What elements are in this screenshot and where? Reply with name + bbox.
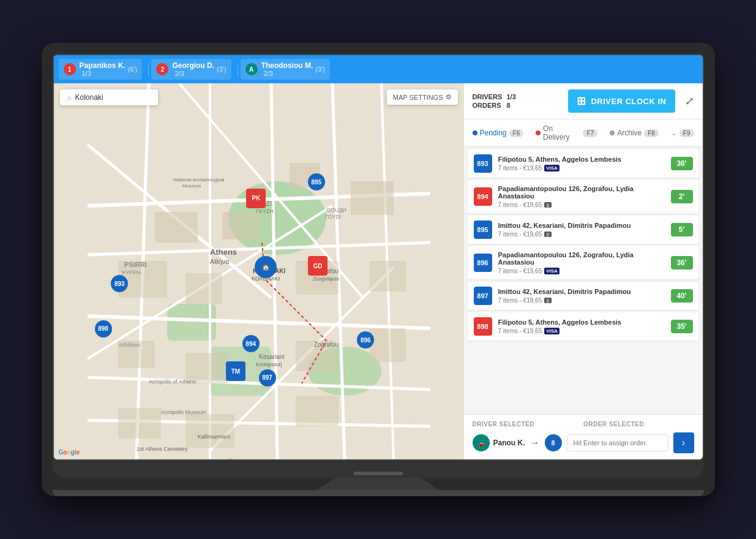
assign-order-input[interactable] <box>567 434 668 451</box>
svg-text:Museum: Museum <box>182 183 201 189</box>
assign-bar: DRIVER SELECTED ORDER SELECTED 🚗 Panou K… <box>464 414 703 459</box>
archive-badge: F8 <box>644 129 659 137</box>
svg-rect-19 <box>155 212 198 243</box>
svg-text:Kallimarmaro: Kallimarmaro <box>198 434 230 440</box>
orders-value: 8 <box>507 102 511 109</box>
filter-tab-archive[interactable]: Archive F8 <box>610 129 659 137</box>
svg-rect-26 <box>369 261 406 292</box>
laptop-base <box>53 490 704 496</box>
svg-text:Zografou: Zografou <box>314 341 339 348</box>
filter-more[interactable]: ⌄ F9 <box>671 129 694 137</box>
laptop-stand <box>53 478 704 490</box>
expand-button[interactable]: ⤢ <box>685 94 694 108</box>
drivers-value: 1/3 <box>507 93 516 100</box>
map-marker-home[interactable]: 🏠 <box>255 256 277 278</box>
order-meta-896: 7 items - €19,65 VISA <box>498 268 665 274</box>
orders-row: ORDERS 8 <box>473 102 516 109</box>
drivers-label: DRIVERS <box>473 93 503 100</box>
svg-text:Achilleos: Achilleos <box>118 342 141 348</box>
chevron-down-icon: ⌄ <box>671 129 677 137</box>
map-search-bar[interactable]: ⌕ Kolonaki <box>60 89 158 105</box>
order-meta-898: 7 items - €19,65 VISA <box>498 328 665 334</box>
on-delivery-badge: F7 <box>583 129 597 137</box>
clock-in-button[interactable]: ⊞ DRIVER CLOCK IN <box>568 89 675 113</box>
cash-icon-897: ||| <box>544 298 551 303</box>
order-item-896[interactable]: 896 Papadiamantopoulou 126, Zografou, Ly… <box>468 246 699 279</box>
assign-row: 🚗 Panou K. → 8 › <box>473 432 694 453</box>
assign-submit-button[interactable]: › <box>673 432 694 453</box>
tab-divider-1 <box>148 63 149 75</box>
driver-extra-2: (3') <box>217 66 226 73</box>
laptop-bottom <box>53 461 704 478</box>
search-icon: ⌕ <box>67 93 72 102</box>
order-badge-895: 895 <box>474 221 492 239</box>
map-marker-driver-gd[interactable]: GD <box>308 256 327 276</box>
order-time-897: 40' <box>671 289 693 303</box>
order-items-896: 7 items - €19,65 <box>498 268 542 274</box>
driver-extra-3: (3') <box>315 66 325 73</box>
svg-text:ΨΥΡΡΗ: ΨΥΡΡΗ <box>121 270 141 276</box>
order-address-896: Papadiamantopoulou 126, Zografou, Lydia … <box>498 251 665 266</box>
order-items-898: 7 items - €19,65 <box>498 328 542 334</box>
order-info-897: Imittou 42, Kesariani, Dimitris Papadimo… <box>498 288 665 304</box>
order-items-894: 7 items - €19,65 <box>498 202 542 208</box>
map-marker-driver-tm[interactable]: TM <box>226 361 245 381</box>
order-address-898: Filipotou 5, Athens, Aggelos Lembesis <box>498 318 665 326</box>
order-address-894: Papadiamantopoulou 126, Zografou, Lydia … <box>498 185 665 200</box>
order-badge-898: 898 <box>474 317 492 336</box>
driver-name-assign: Panou K. <box>493 439 525 447</box>
order-info-894: Papadiamantopoulou 126, Zografou, Lydia … <box>498 185 665 208</box>
map-marker-driver-pk[interactable]: PK <box>246 189 266 208</box>
order-item-895[interactable]: 895 Imittou 42, Kesariani, Dimitris Papa… <box>468 216 699 244</box>
driver-name-1: Papanikos K. <box>80 61 125 70</box>
order-item-893[interactable]: 893 Filipotou 5, Athens, Aggelos Lembesi… <box>468 149 699 178</box>
map-marker-894[interactable]: 894 <box>242 335 260 352</box>
driver-orders-1: 1/3 <box>82 70 125 77</box>
order-selected-label: ORDER SELECTED <box>583 421 644 428</box>
order-time-895: 5' <box>671 223 693 236</box>
drivers-orders-info: DRIVERS 1/3 ORDERS 8 <box>473 93 516 109</box>
svg-text:National Archaeological: National Archaeological <box>173 177 225 183</box>
main-content: PSIRRI ΨΥΡΡΗ Athens Αθήνα GIZI ΓΚΥΖΗ GOU… <box>54 83 703 459</box>
order-item-894[interactable]: 894 Papadiamantopoulou 126, Zografou, Ly… <box>468 180 699 213</box>
on-delivery-dot <box>536 130 541 135</box>
laptop-outer: 1 Papanikos K. 1/3 (6') 2 Georgiou D. 2/… <box>42 43 715 496</box>
map-settings-button[interactable]: MAP SETTINGS ⚙ <box>387 89 458 105</box>
driver-orders-2: 2/3 <box>174 70 214 77</box>
map-marker-898[interactable]: 898 <box>95 320 112 337</box>
driver-badge-3: A <box>245 63 258 75</box>
settings-icon: ⚙ <box>446 93 452 101</box>
order-badge-894: 894 <box>474 187 492 206</box>
driver-extra-1: (6') <box>128 66 138 73</box>
order-badge-893: 893 <box>474 154 492 173</box>
driver-tab-3[interactable]: A Theodosiou M. 2/3 (3') <box>241 59 330 80</box>
order-items-895: 7 items - €19,65 <box>498 231 542 238</box>
filter-tabs: Pending F6 On Delivery F7 Archive F8 <box>464 119 703 147</box>
order-info-896: Papadiamantopoulou 126, Zografou, Lydia … <box>498 251 665 274</box>
google-logo: Google <box>59 449 80 456</box>
archive-dot <box>610 130 615 135</box>
right-panel-header: DRIVERS 1/3 ORDERS 8 ⊞ DRIVER CLOC <box>464 83 703 119</box>
order-list: 893 Filipotou 5, Athens, Aggelos Lembesi… <box>464 147 703 414</box>
cash-icon-895: ||| <box>544 232 551 237</box>
svg-rect-22 <box>351 181 394 215</box>
app-container: 1 Papanikos K. 1/3 (6') 2 Georgiou D. 2/… <box>54 55 703 459</box>
order-meta-893: 7 items - €19,65 VISA <box>498 165 665 172</box>
order-meta-894: 7 items - €19,65 ||| <box>498 202 665 208</box>
visa-icon-893: VISA <box>544 165 560 172</box>
svg-text:Kesariani: Kesariani <box>259 353 285 360</box>
filter-tab-on-delivery[interactable]: On Delivery F7 <box>536 124 597 141</box>
driver-tab-2[interactable]: 2 Georgiou D. 2/3 (3') <box>151 59 231 80</box>
order-time-896: 36' <box>671 256 693 270</box>
order-item-897[interactable]: 897 Imittou 42, Kesariani, Dimitris Papa… <box>468 282 699 310</box>
map-placeholder: PSIRRI ΨΥΡΡΗ Athens Αθήνα GIZI ΓΚΥΖΗ GOU… <box>54 83 464 459</box>
svg-text:ΓΚΥΖΗ: ΓΚΥΖΗ <box>256 208 274 214</box>
driver-tab-1[interactable]: 1 Papanikos K. 1/3 (6') <box>59 59 143 80</box>
filter-tab-pending[interactable]: Pending F6 <box>473 129 524 137</box>
svg-text:Αθήνα: Αθήνα <box>210 258 230 265</box>
svg-text:GOUДИ: GOUДИ <box>326 207 346 213</box>
map-marker-897[interactable]: 897 <box>259 369 276 386</box>
order-info-895: Imittou 42, Kesariani, Dimitris Papadimo… <box>498 222 665 238</box>
order-item-898[interactable]: 898 Filipotou 5, Athens, Aggelos Lembesi… <box>468 312 699 341</box>
top-bar: 1 Papanikos K. 1/3 (6') 2 Georgiou D. 2/… <box>54 55 703 83</box>
